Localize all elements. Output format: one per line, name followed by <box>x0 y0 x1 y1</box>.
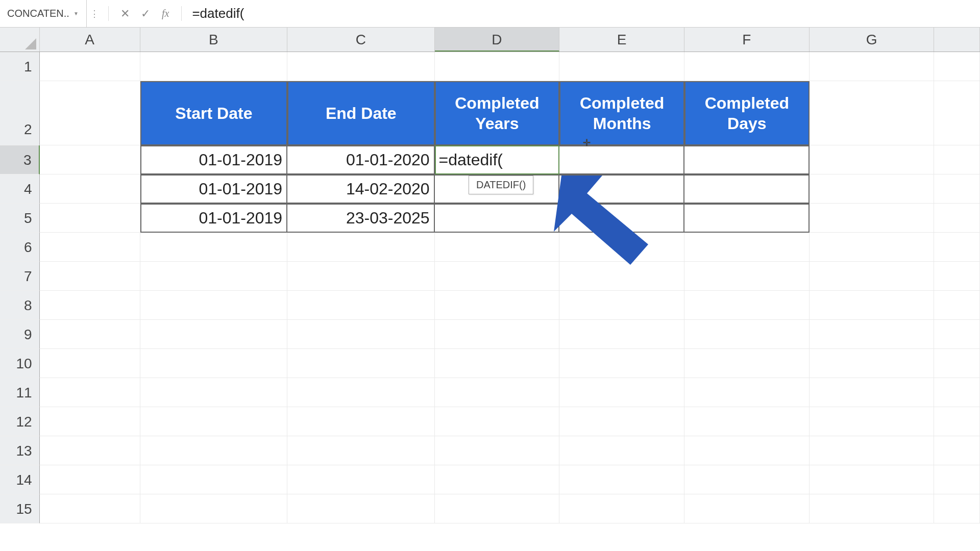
row-header-2[interactable]: 2 <box>0 81 40 145</box>
cell-A9[interactable] <box>40 320 140 349</box>
header-completed-years[interactable]: Completed Years <box>435 81 560 145</box>
cell-E5[interactable] <box>559 204 684 233</box>
cell-C3[interactable]: 01-01-2020 <box>287 145 434 174</box>
cell-F1[interactable] <box>684 52 810 81</box>
cell-C6[interactable] <box>287 233 434 262</box>
cell-A1[interactable] <box>40 52 140 81</box>
cell-C1[interactable] <box>287 52 434 81</box>
cell-G10[interactable] <box>810 349 935 378</box>
cell-E15[interactable] <box>559 494 684 523</box>
cell-A3[interactable] <box>40 145 140 174</box>
cell-H1[interactable] <box>934 52 980 81</box>
cell-H8[interactable] <box>934 291 980 320</box>
formula-bar-options-icon[interactable]: ⋮ <box>87 8 102 19</box>
function-tooltip[interactable]: DATEDIF() <box>469 176 533 194</box>
cell-E10[interactable] <box>559 349 684 378</box>
cell-D10[interactable] <box>435 349 560 378</box>
cell-H11[interactable] <box>934 378 980 407</box>
cell-D9[interactable] <box>435 320 560 349</box>
row-header-15[interactable]: 15 <box>0 494 40 523</box>
cell-C15[interactable] <box>287 494 434 523</box>
cell-D15[interactable] <box>435 494 560 523</box>
cell-A7[interactable] <box>40 262 140 291</box>
cell-H6[interactable] <box>934 233 980 262</box>
cell-C11[interactable] <box>287 378 434 407</box>
cell-F10[interactable] <box>684 349 810 378</box>
cell-G11[interactable] <box>810 378 935 407</box>
cell-F7[interactable] <box>684 262 810 291</box>
cell-G12[interactable] <box>810 407 935 436</box>
cell-H13[interactable] <box>934 436 980 465</box>
cell-F8[interactable] <box>684 291 810 320</box>
cell-H12[interactable] <box>934 407 980 436</box>
cell-D11[interactable] <box>435 378 560 407</box>
col-header-D[interactable]: D <box>435 28 560 52</box>
cell-G3[interactable] <box>810 145 935 174</box>
cell-D14[interactable] <box>435 465 560 494</box>
cell-B6[interactable] <box>140 233 287 262</box>
cell-A13[interactable] <box>40 436 140 465</box>
col-header-C[interactable]: C <box>287 28 435 52</box>
cell-H14[interactable] <box>934 465 980 494</box>
cell-E3[interactable] <box>559 145 684 174</box>
cell-F12[interactable] <box>684 407 810 436</box>
cell-F9[interactable] <box>684 320 810 349</box>
cell-G2[interactable] <box>810 81 935 145</box>
cell-B11[interactable] <box>140 378 287 407</box>
cell-D1[interactable] <box>435 52 560 81</box>
header-end-date[interactable]: End Date <box>287 81 434 145</box>
cell-E9[interactable] <box>559 320 684 349</box>
cell-F14[interactable] <box>684 465 810 494</box>
cell-B9[interactable] <box>140 320 287 349</box>
cell-H7[interactable] <box>934 262 980 291</box>
cell-B15[interactable] <box>140 494 287 523</box>
cell-D3-editing[interactable]: =datedif( <box>435 145 560 174</box>
cell-B7[interactable] <box>140 262 287 291</box>
cell-C13[interactable] <box>287 436 434 465</box>
header-completed-days[interactable]: Completed Days <box>684 81 810 145</box>
name-box-dropdown-icon[interactable]: ▼ <box>70 11 82 16</box>
cell-E14[interactable] <box>559 465 684 494</box>
cell-G7[interactable] <box>810 262 935 291</box>
cell-G6[interactable] <box>810 233 935 262</box>
cell-A5[interactable] <box>40 204 140 233</box>
cell-F15[interactable] <box>684 494 810 523</box>
cell-G1[interactable] <box>810 52 935 81</box>
cell-H5[interactable] <box>934 204 980 233</box>
cell-D8[interactable] <box>435 291 560 320</box>
cell-B8[interactable] <box>140 291 287 320</box>
formula-input[interactable] <box>188 0 980 27</box>
cell-B14[interactable] <box>140 465 287 494</box>
cell-B10[interactable] <box>140 349 287 378</box>
header-completed-months[interactable]: Completed Months <box>559 81 684 145</box>
cell-A15[interactable] <box>40 494 140 523</box>
cell-B3[interactable]: 01-01-2019 <box>140 145 287 174</box>
cell-A10[interactable] <box>40 349 140 378</box>
cell-D12[interactable] <box>435 407 560 436</box>
cell-E4[interactable] <box>559 174 684 204</box>
cell-A4[interactable] <box>40 174 140 204</box>
cancel-icon[interactable]: ✕ <box>115 7 135 20</box>
row-header-9[interactable]: 9 <box>0 320 40 349</box>
row-header-12[interactable]: 12 <box>0 407 40 436</box>
cell-E1[interactable] <box>559 52 684 81</box>
select-all-corner[interactable] <box>0 28 40 52</box>
cell-C12[interactable] <box>287 407 434 436</box>
cell-H15[interactable] <box>934 494 980 523</box>
cell-E8[interactable] <box>559 291 684 320</box>
row-header-4[interactable]: 4 <box>0 174 40 204</box>
cell-E13[interactable] <box>559 436 684 465</box>
cell-H10[interactable] <box>934 349 980 378</box>
cell-C4[interactable]: 14-02-2020 <box>287 174 434 204</box>
row-header-5[interactable]: 5 <box>0 204 40 233</box>
row-header-8[interactable]: 8 <box>0 291 40 320</box>
cell-A11[interactable] <box>40 378 140 407</box>
cell-F11[interactable] <box>684 378 810 407</box>
name-box[interactable]: CONCATEN... <box>4 8 70 19</box>
cell-A6[interactable] <box>40 233 140 262</box>
cell-C10[interactable] <box>287 349 434 378</box>
row-header-11[interactable]: 11 <box>0 378 40 407</box>
cell-G9[interactable] <box>810 320 935 349</box>
cell-G13[interactable] <box>810 436 935 465</box>
cell-G8[interactable] <box>810 291 935 320</box>
